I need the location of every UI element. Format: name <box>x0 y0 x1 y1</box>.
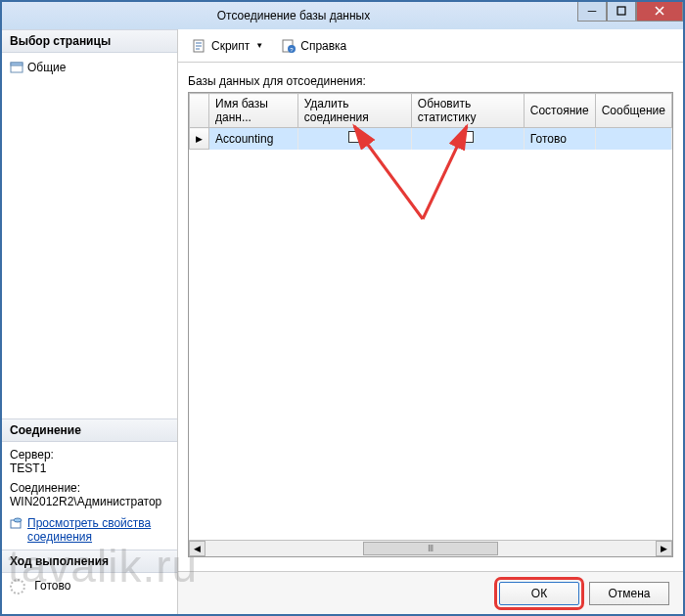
horizontal-scrollbar[interactable]: ◀ Ⅲ ▶ <box>189 540 672 556</box>
toolbar: Скрипт ▼ ? Справка <box>178 29 683 63</box>
col-db-name[interactable]: Имя базы данн... <box>209 94 298 128</box>
page-selection-body: Общие <box>2 53 177 82</box>
help-button[interactable]: ? Справка <box>277 36 350 56</box>
table-row[interactable]: ▶ Accounting Готово <box>190 128 672 150</box>
help-icon: ? <box>281 38 297 54</box>
progress-body: Готово <box>2 573 177 614</box>
dialog-window: Отсоединение базы данных ─ Выбор страниц… <box>0 0 685 616</box>
row-marker: ▶ <box>190 128 209 150</box>
ok-button[interactable]: ОК <box>499 582 579 605</box>
scroll-thumb[interactable]: Ⅲ <box>363 542 498 555</box>
progress-spinner-icon <box>10 579 25 594</box>
dialog-body: Выбор страницы Общие Соединение Сервер: … <box>2 29 683 614</box>
databases-grid: Имя базы данн... Удалить соединения Обно… <box>188 92 673 557</box>
titlebar: Отсоединение базы данных ─ <box>2 2 683 29</box>
close-button[interactable] <box>636 0 683 22</box>
right-pane: Скрипт ▼ ? Справка Базы данных для отсое… <box>178 29 683 614</box>
cell-drop-connections <box>297 128 411 150</box>
row-marker-header <box>190 94 209 128</box>
view-props-line2: соединения <box>27 530 92 544</box>
col-update-statistics[interactable]: Обновить статистику <box>411 94 524 128</box>
drop-connections-checkbox[interactable] <box>348 131 360 143</box>
window-buttons: ─ <box>577 2 683 29</box>
maximize-button[interactable] <box>607 0 636 22</box>
maximize-icon <box>616 6 626 16</box>
main-area: Базы данных для отсоединения: Имя базы д… <box>178 63 683 571</box>
view-connection-properties-link[interactable]: Просмотреть свойства соединения <box>10 516 169 544</box>
script-label: Скрипт <box>211 39 250 53</box>
grid-label: Базы данных для отсоединения: <box>188 74 673 88</box>
window-title: Отсоединение базы данных <box>10 9 577 22</box>
page-icon <box>10 61 23 74</box>
cell-db-name: Accounting <box>209 128 298 150</box>
svg-rect-4 <box>11 63 23 66</box>
cell-message <box>595 128 671 150</box>
connection-header: Соединение <box>2 418 177 442</box>
chevron-down-icon: ▼ <box>255 41 263 50</box>
cell-update-statistics <box>411 128 524 150</box>
page-selection-header: Выбор страницы <box>2 29 177 53</box>
minimize-button[interactable]: ─ <box>577 0 607 22</box>
col-message[interactable]: Сообщение <box>595 94 671 128</box>
button-bar: ОК Отмена <box>178 571 683 614</box>
col-state[interactable]: Состояние <box>524 94 595 128</box>
close-icon <box>655 6 664 16</box>
svg-rect-0 <box>617 7 625 15</box>
scroll-left-arrow[interactable]: ◀ <box>189 541 206 556</box>
cell-state: Готово <box>524 128 595 150</box>
properties-icon <box>10 516 23 530</box>
col-drop-connections[interactable]: Удалить соединения <box>297 94 411 128</box>
connection-body: Сервер: TEST1 Соединение: WIN2012R2\Адми… <box>2 442 177 550</box>
scroll-right-arrow[interactable]: ▶ <box>656 541 672 556</box>
connection-label: Соединение: <box>10 481 169 495</box>
server-label: Сервер: <box>10 448 169 462</box>
svg-point-6 <box>14 518 22 522</box>
cancel-button[interactable]: Отмена <box>589 582 669 605</box>
nav-item-general[interactable]: Общие <box>10 59 169 76</box>
left-pane: Выбор страницы Общие Соединение Сервер: … <box>2 29 178 614</box>
help-label: Справка <box>300 39 346 53</box>
server-value: TEST1 <box>10 462 169 475</box>
scroll-track[interactable]: Ⅲ <box>206 541 656 556</box>
script-button[interactable]: Скрипт ▼ <box>188 36 267 56</box>
progress-status: Готово <box>34 579 70 593</box>
connection-value: WIN2012R2\Администратор <box>10 495 169 508</box>
script-icon <box>192 38 207 54</box>
progress-header: Ход выполнения <box>2 550 177 573</box>
view-props-line1: Просмотреть свойства <box>27 516 151 530</box>
grid-table: Имя базы данн... Удалить соединения Обно… <box>189 93 672 150</box>
nav-item-label: Общие <box>27 61 66 74</box>
update-statistics-checkbox[interactable] <box>462 131 474 143</box>
